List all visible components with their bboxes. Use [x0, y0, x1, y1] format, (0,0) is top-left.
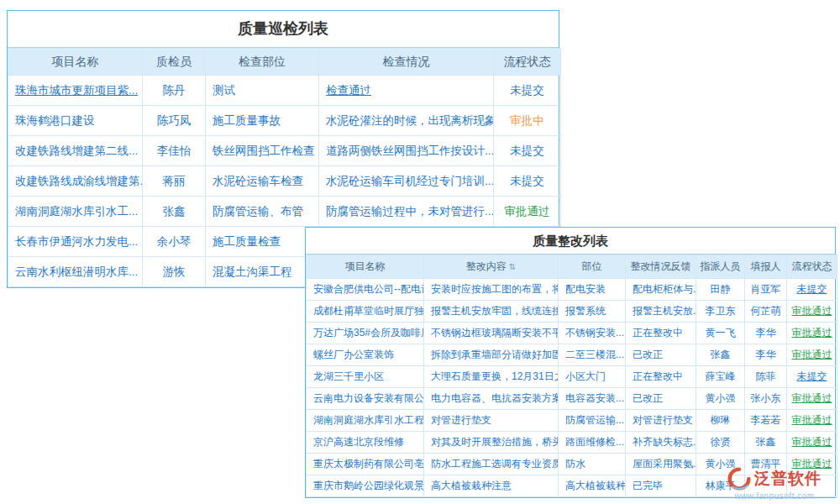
rectify-content: 对其及时开展整治措施，桥头... [431, 436, 559, 448]
project-name[interactable]: 改建铁路线增建第二线... [15, 144, 138, 157]
rectify-feedback-cell: 正在整改中 [626, 323, 696, 344]
table-row[interactable]: 螺丝厂办公室装饰拆除到承重墙部分请做好加固...二至三楼混...已改正张鑫李华审… [307, 344, 837, 366]
table-row[interactable]: 成都杜甫草堂临时展厅独立展...报警主机安放牢固，线缆连接...报警系统报警主机… [307, 301, 837, 323]
project-name[interactable]: 云南电力设备安装有限公司20... [313, 392, 424, 404]
inspection-part-cell: 铁丝网围挡工作检查 [206, 136, 319, 166]
project-name[interactable]: 长春市伊通河水力发电... [15, 235, 138, 248]
table-row[interactable]: 湖南洞庭湖水库引水工...张鑫防腐管运输、布管防腐管运输过程中，未对管进行...… [8, 197, 561, 227]
project-name-cell: 安徽合肥供电公司--配电设备... [307, 279, 424, 301]
column-header: 指派人员 [696, 255, 745, 279]
project-name[interactable]: 重庆市鹅岭公园绿化观景提升... [313, 480, 424, 491]
table-row[interactable]: 万达广场35#会所及咖啡厅空...不锈钢边框玻璃隔断安装不平...不锈钢安装..… [307, 323, 837, 344]
project-name[interactable]: 成都杜甫草堂临时展厅独立展... [313, 305, 424, 317]
column-header-label: 项目名称 [52, 55, 99, 68]
inspection-part-cell: 测试 [206, 76, 319, 106]
fanpu-logo-icon [727, 467, 751, 491]
project-name[interactable]: 重庆太极制药有限公司亳州中... [313, 458, 424, 470]
assignee-name-cell: 柳琳 [696, 410, 745, 432]
table-row[interactable]: 湖南洞庭湖水库引水工程项目1标对管进行垫支防腐管运输...对管进行垫支柳琳李若若… [307, 410, 837, 432]
assignee-name: 田静 [711, 283, 731, 295]
column-header: 部位 [559, 255, 626, 279]
inspection-result: 道路两侧铁丝网围挡工作按设计... [326, 144, 494, 157]
inspector-name-cell: 陈巧凤 [143, 106, 206, 136]
process-status[interactable]: 审批通过 [792, 305, 832, 317]
table-row[interactable]: 改建铁路线增建第二线...李佳怡铁丝网围挡工作检查道路两侧铁丝网围挡工作按设计.… [8, 136, 561, 166]
watermark-url: www.fanpusoft.com [716, 491, 833, 501]
project-name[interactable]: 龙湖三千里小区 [313, 370, 384, 382]
project-name-cell: 京沪高速北京段维修 [307, 432, 424, 454]
rectify-feedback: 已完毕 [633, 480, 663, 491]
table-row[interactable]: 龙湖三千里小区大理石质量更换，12月31日之...小区大门正在整改中薛宝峰陈菲未… [307, 366, 837, 388]
assignee-name-cell: 李卫东 [696, 301, 745, 323]
table-row[interactable]: 珠海鹤港口建设陈巧凤施工质量事故水泥砼灌注的时候，出现离析现象审批中 [8, 106, 561, 136]
rectify-part-cell: 二至三楼混... [559, 344, 626, 366]
column-header-label: 指派人员 [701, 260, 741, 272]
rectify-content: 报警主机安放牢固，线缆连接... [431, 305, 559, 317]
process-status[interactable]: 审批通过 [792, 349, 832, 360]
process-status-cell: 未提交 [787, 279, 837, 301]
rectify-part-cell: 报警系统 [559, 301, 626, 323]
column-header: 整改情况反馈 [626, 255, 696, 279]
project-name-cell: 龙湖三千里小区 [307, 366, 424, 388]
rectify-content-cell: 电力电容器、电抗器安装方案... [424, 388, 559, 410]
project-name-cell: 改建铁路线成渝线增建第... [8, 166, 143, 197]
inspection-part-cell: 施工质量检查 [206, 227, 319, 257]
rectify-feedback: 正在整改中 [633, 370, 683, 382]
column-header-label: 整改内容 [466, 260, 507, 272]
reporter-name: 李若若 [751, 414, 781, 426]
process-status[interactable]: 审批中 [510, 114, 544, 127]
process-status-cell: 未提交 [494, 76, 561, 106]
rectify-feedback-cell: 正在整改中 [626, 366, 696, 388]
process-status[interactable]: 审批通过 [792, 327, 832, 339]
table-row[interactable]: 安徽合肥供电公司--配电设备...安装时应按施工图的布置，将...配电安装配电柜… [307, 279, 837, 301]
rectification-table-grid: 项目名称整改内容⇅部位整改情况反馈指派人员填报人流程状态 安徽合肥供电公司--配… [306, 255, 837, 497]
table-row[interactable]: 改建铁路线成渝线增建第...蒋丽水泥砼运输车检查水泥砼运输车司机经过专门培训..… [8, 166, 561, 197]
watermark-brand: 泛普软件 [754, 468, 822, 490]
project-name[interactable]: 改建铁路线成渝线增建第... [15, 175, 143, 187]
column-header[interactable]: 整改内容⇅ [424, 255, 559, 279]
rectify-content-cell: 拆除到承重墙部分请做好加固... [424, 344, 559, 366]
process-status[interactable]: 未提交 [797, 370, 827, 382]
rectify-part-cell: 防腐管运输... [559, 410, 626, 432]
process-status-cell: 审批通过 [787, 432, 837, 454]
inspector-name-cell: 余小琴 [143, 227, 206, 257]
inspector-name: 陈丹 [163, 84, 186, 97]
project-name[interactable]: 京沪高速北京段维修 [313, 436, 404, 448]
rectify-content: 大理石质量更换，12月31日之... [431, 370, 559, 382]
rectify-content: 电力电容器、电抗器安装方案... [431, 392, 559, 404]
inspector-name: 李佳怡 [157, 144, 192, 157]
inspection-result-cell: 水泥砼运输车司机经过专门培训... [319, 166, 494, 197]
sort-icon[interactable]: ⇅ [509, 262, 516, 271]
assignee-name-cell: 田静 [696, 279, 745, 301]
project-name[interactable]: 安徽合肥供电公司--配电设备... [313, 283, 424, 295]
assignee-name-cell: 徐贤 [696, 432, 745, 454]
project-name[interactable]: 珠海鹤港口建设 [15, 114, 95, 127]
rectify-content: 不锈钢边框玻璃隔断安装不平... [431, 327, 559, 339]
process-status[interactable]: 审批通过 [792, 436, 832, 448]
process-status[interactable]: 未提交 [510, 84, 544, 97]
project-name[interactable]: 云南水利枢纽潜明水库... [15, 265, 138, 278]
project-name[interactable]: 万达广场35#会所及咖啡厅空... [313, 327, 424, 339]
process-status[interactable]: 审批通过 [792, 392, 832, 404]
project-name[interactable]: 湖南洞庭湖水库引水工程项目1标 [313, 414, 424, 426]
reporter-name: 何芷萌 [751, 305, 781, 317]
process-status[interactable]: 审批通过 [792, 414, 832, 426]
process-status[interactable]: 未提交 [510, 144, 544, 157]
table-row[interactable]: 珠海市城市更新项目紫...陈丹测试检查通过未提交 [8, 76, 561, 106]
inspection-result: 检查通过 [326, 84, 371, 97]
project-name-cell: 成都杜甫草堂临时展厅独立展... [307, 301, 424, 323]
project-name[interactable]: 螺丝厂办公室装饰 [313, 349, 394, 360]
rectify-content: 拆除到承重墙部分请做好加固... [431, 349, 559, 360]
rectify-feedback-cell: 已改正 [626, 388, 696, 410]
project-name-cell: 珠海市城市更新项目紫... [8, 76, 143, 106]
table-row[interactable]: 京沪高速北京段维修对其及时开展整治措施，桥头...路面维修检...补齐缺失标志.… [307, 432, 837, 454]
process-status[interactable]: 未提交 [797, 283, 827, 295]
table-row[interactable]: 云南电力设备安装有限公司20...电力电容器、电抗器安装方案...电容器安装..… [307, 388, 837, 410]
process-status[interactable]: 未提交 [510, 175, 544, 187]
rectify-part: 小区大门 [565, 370, 606, 382]
project-name[interactable]: 湖南洞庭湖水库引水工... [15, 205, 138, 218]
inspection-table-title: 质量巡检列表 [8, 11, 559, 48]
process-status[interactable]: 审批通过 [505, 205, 550, 218]
reporter-name: 张鑫 [756, 436, 776, 448]
project-name[interactable]: 珠海市城市更新项目紫... [15, 84, 138, 97]
